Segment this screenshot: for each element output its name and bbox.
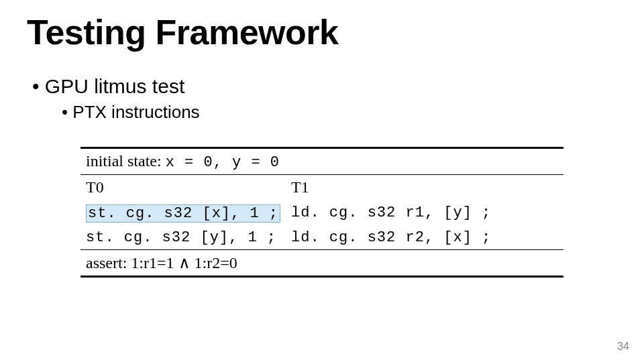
assert-row: assert: 1:r1=1 ∧ 1:r2=0 (80, 250, 564, 277)
assert-label: assert: (86, 254, 127, 272)
t0-line1: st. cg. s32 [x], 1 ; (80, 200, 286, 226)
initial-state-row: initial state: x = 0, y = 0 (80, 149, 564, 175)
initial-y: y = 0 (232, 154, 280, 171)
slide-title: Testing Framework (27, 12, 617, 52)
bullet-level2: PTX instructions (62, 102, 617, 123)
t0-line2: st. cg. s32 [y], 1 ; (80, 226, 286, 250)
t1-line2: ld. cg. s32 r2, [x] ; (286, 226, 564, 250)
initial-label: initial state: (86, 152, 162, 170)
t0-line1-code: st. cg. s32 [x], 1 ; (86, 204, 280, 223)
t1-line1: ld. cg. s32 r1, [y] ; (286, 200, 564, 226)
initial-x: x = 0, (166, 154, 232, 171)
bullet-level1: GPU litmus test (32, 75, 617, 98)
litmus-table: initial state: x = 0, y = 0 T0 T1 st. cg… (80, 147, 564, 278)
assert-expr-a: 1:r1=1 (131, 254, 174, 272)
thread0-header: T0 (80, 175, 286, 200)
page-number: 34 (617, 341, 629, 353)
thread1-header: T1 (286, 175, 564, 200)
assert-expr-b: 1:r2=0 (195, 254, 237, 272)
assert-and: ∧ (174, 254, 195, 272)
